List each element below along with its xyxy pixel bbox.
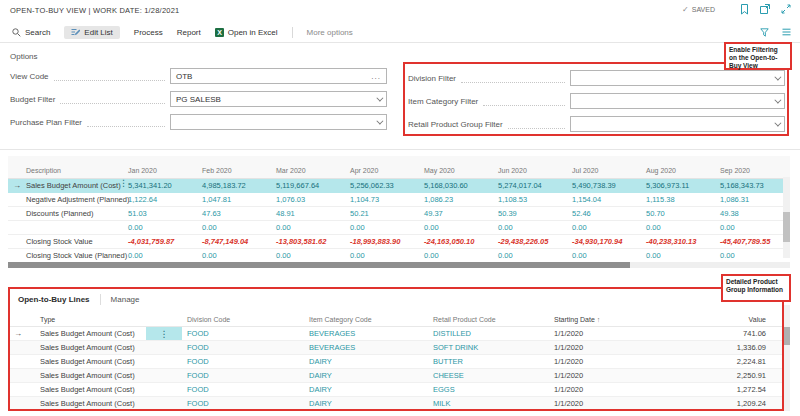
matrix-value-cell[interactable]: -8,747,149.04 [202,237,276,246]
matrix-value-cell[interactable]: 50.39 [498,209,572,218]
matrix-value-cell[interactable]: 0.00 [202,223,276,232]
line-product-cell[interactable]: EGGS [428,385,546,394]
matrix-value-cell[interactable]: 0.00 [128,223,202,232]
line-value-cell[interactable]: 1,272.54 [676,385,782,394]
column-header-retail-product-code[interactable]: Retail Product Code [428,316,546,323]
matrix-value-cell[interactable]: -45,407,789.55 [720,237,790,246]
line-value-cell[interactable]: 741.06 [676,329,782,338]
matrix-value-cell[interactable]: 50.70 [646,209,720,218]
matrix-value-cell[interactable]: 0.00 [424,223,498,232]
chevron-down-icon[interactable] [774,119,781,126]
matrix-value-cell[interactable]: 0.00 [202,251,276,260]
matrix-description-cell[interactable]: Negative Adjustment (Planned) [26,195,128,204]
matrix-value-cell[interactable]: 5,168,343.73 [720,181,790,190]
chevron-down-icon[interactable] [774,96,781,103]
line-product-cell[interactable]: BUTTER [428,357,546,366]
line-starting-date-cell[interactable]: 1/1/2020 [546,343,676,352]
matrix-value-cell[interactable]: -13,803,581.62 [276,237,350,246]
matrix-horizontal-scrollbar[interactable] [8,262,790,268]
matrix-value-cell[interactable]: 5,256,062.33 [350,181,424,190]
line-value-cell[interactable]: 2,250.91 [676,371,782,380]
matrix-value-cell[interactable]: 0.00 [572,251,646,260]
line-starting-date-cell[interactable]: 1/1/2020 [546,357,676,366]
matrix-value-cell[interactable]: 51.03 [128,209,202,218]
line-division-cell[interactable]: FOOD [182,399,304,408]
bookmark-icon[interactable] [738,3,750,15]
matrix-value-cell[interactable]: 5,490,738.39 [572,181,646,190]
matrix-value-cell[interactable]: 1,086.31 [720,195,790,204]
line-division-cell[interactable]: FOOD [182,371,304,380]
open-in-excel-button[interactable]: X Open in Excel [215,28,278,37]
matrix-value-cell[interactable]: -24,163,050.10 [424,237,498,246]
matrix-value-cell[interactable]: 1,047.81 [202,195,276,204]
line-division-cell[interactable]: FOOD [182,385,304,394]
line-category-cell[interactable]: DAIRY [304,357,428,366]
matrix-value-cell[interactable]: 5,274,017.04 [498,181,572,190]
matrix-value-cell[interactable]: 0.00 [128,251,202,260]
line-value-cell[interactable]: 1,209.24 [676,399,782,408]
matrix-description-cell[interactable]: Closing Stock Value (Planned) [26,251,128,260]
column-header-type[interactable]: Type [32,316,146,323]
cell-menu-icon[interactable]: ⋮ [146,327,182,340]
tab-open-to-buy-lines[interactable]: Open-to-Buy Lines [18,295,90,304]
line-category-cell[interactable]: DAIRY [304,399,428,408]
line-category-cell[interactable]: DAIRY [304,385,428,394]
field-view-code[interactable]: OTB... [170,68,387,84]
line-type-cell[interactable]: Sales Budget Amount (Cost) [32,371,146,380]
chevron-down-icon[interactable] [376,117,383,124]
collapse-expand-icon[interactable] [780,3,792,15]
matrix-value-cell[interactable]: 1,086.23 [424,195,498,204]
lines-vertical-scrollbar[interactable] [784,305,790,411]
lookup-ellipsis-icon[interactable]: ... [371,72,381,81]
matrix-vertical-scrollbar[interactable] [783,177,790,258]
line-starting-date-cell[interactable]: 1/1/2020 [546,371,676,380]
matrix-value-cell[interactable]: 0.00 [498,223,572,232]
filter-icon[interactable] [758,26,770,38]
column-header-sep-2020[interactable]: Sep 2020 [720,167,790,174]
matrix-value-cell[interactable]: 4,985,183.72 [202,181,276,190]
matrix-row[interactable]: →Sales Budget Amount (Cost)⋮5,341,341.20… [8,179,790,193]
otb-line-row[interactable]: Sales Budget Amount (Cost)FOODBEVERAGESS… [10,341,782,355]
field-item-category-filter[interactable] [570,93,785,109]
matrix-value-cell[interactable]: 5,306,973.11 [646,181,720,190]
chevron-down-icon[interactable] [774,73,781,80]
line-category-cell[interactable]: BEVERAGES [304,343,428,352]
matrix-value-cell[interactable]: -29,438,226.05 [498,237,572,246]
chevron-down-icon[interactable] [376,94,383,101]
field-division-filter[interactable] [570,70,785,86]
matrix-value-cell[interactable]: 0.00 [572,223,646,232]
line-starting-date-cell[interactable]: 1/1/2020 [546,329,676,338]
otb-line-row[interactable]: →Sales Budget Amount (Cost)⋮FOODBEVERAGE… [10,327,782,341]
matrix-value-cell[interactable]: 47.63 [202,209,276,218]
line-division-cell[interactable]: FOOD [182,329,304,338]
column-header-description[interactable]: Description [8,167,128,174]
line-product-cell[interactable]: DISTILLED [428,329,546,338]
line-type-cell[interactable]: Sales Budget Amount (Cost) [32,399,146,408]
line-category-cell[interactable]: DAIRY [304,371,428,380]
column-header-may-2020[interactable]: May 2020 [424,167,498,174]
matrix-value-cell[interactable]: 0.00 [276,223,350,232]
matrix-value-cell[interactable]: -34,930,170.94 [572,237,646,246]
line-type-cell[interactable]: Sales Budget Amount (Cost) [32,343,146,352]
cell-menu-icon[interactable]: ⋮ [119,178,128,188]
line-product-cell[interactable]: SOFT DRINK [428,343,546,352]
manage-menu[interactable]: Manage [111,295,140,304]
matrix-value-cell[interactable]: -40,238,310.13 [646,237,720,246]
matrix-value-cell[interactable]: 1,122.64 [128,195,202,204]
matrix-value-cell[interactable]: 1,154.04 [572,195,646,204]
matrix-value-cell[interactable]: 0.00 [498,251,572,260]
matrix-row[interactable]: Discounts (Planned)51.0347.6348.9150.214… [8,207,790,221]
column-header-jun-2020[interactable]: Jun 2020 [498,167,572,174]
otb-line-row[interactable]: Sales Budget Amount (Cost)FOODDAIRYBUTTE… [10,355,782,369]
matrix-value-cell[interactable]: 1,104.73 [350,195,424,204]
menu-icon[interactable] [780,26,792,38]
matrix-value-cell[interactable]: -4,031,759.87 [128,237,202,246]
line-type-cell[interactable]: Sales Budget Amount (Cost) [32,329,146,338]
matrix-value-cell[interactable]: -18,993,883.90 [350,237,424,246]
line-category-cell[interactable]: BEVERAGES [304,329,428,338]
matrix-value-cell[interactable]: 5,341,341.20 [128,181,202,190]
line-type-cell[interactable]: Sales Budget Amount (Cost) [32,385,146,394]
column-header-starting-date[interactable]: Starting Date ↑ [546,316,676,323]
column-header-aug-2020[interactable]: Aug 2020 [646,167,720,174]
matrix-value-cell[interactable]: 0.00 [646,251,720,260]
